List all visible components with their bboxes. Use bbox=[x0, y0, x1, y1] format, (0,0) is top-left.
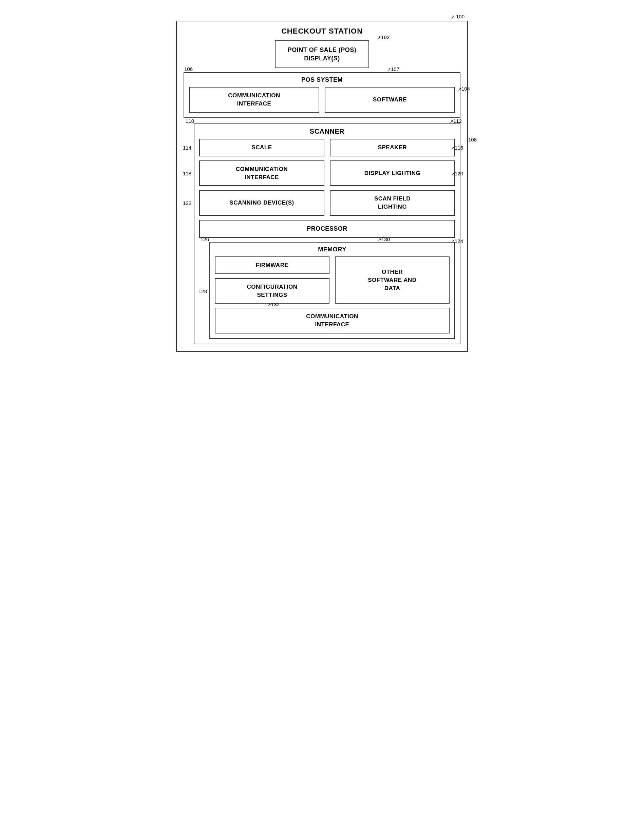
ref-110-label: 110 bbox=[186, 118, 194, 124]
ref-130-label: ↗130 bbox=[378, 237, 390, 242]
pos-system-title: POS SYSTEM bbox=[189, 76, 455, 83]
comm-interface-box-2: COMMUNICATIONINTERFACE bbox=[199, 160, 324, 186]
ref-106: 106 bbox=[184, 66, 193, 72]
ref-132-label: ↗132 bbox=[267, 301, 280, 307]
ref-114-label: 114 bbox=[183, 145, 191, 150]
firmware-box: FIRMWARE bbox=[215, 257, 329, 274]
scanning-devices-label: SCANNING DEVICE(S) bbox=[229, 199, 294, 207]
memory-box: 126 ↗130 MEMORY FIRMWARE bbox=[209, 242, 455, 339]
firmware-row: FIRMWARE bbox=[215, 257, 329, 274]
processor-row: PROCESSOR ↗124 bbox=[199, 220, 455, 238]
comm-display-row: 118 ↗120 COMMUNICATIONINTERFACE DISPLAY … bbox=[199, 160, 455, 186]
display-lighting-label: DISPLAY LIGHTING bbox=[364, 169, 421, 177]
config-row: 128 CONFIGURATIONSETTINGS bbox=[215, 278, 329, 304]
scanning-scanfield-row: 122 SCANNING DEVICE(S) SCAN FIELDLIGHTIN… bbox=[199, 190, 455, 216]
memory-title: MEMORY bbox=[215, 246, 450, 253]
scale-speaker-row: 114 ↗116 SCALE SPEAKER bbox=[199, 139, 455, 157]
comm-interface-box-1: COMMUNICATIONINTERFACE bbox=[189, 87, 319, 113]
scanner-title: SCANNER bbox=[199, 128, 455, 135]
memory-left-col: FIRMWARE 128 CONFIGURATIONSETTINGS bbox=[215, 257, 329, 304]
comm-interface-label-3: COMMUNICATIONINTERFACE bbox=[306, 312, 358, 329]
ref-126-label: 126 bbox=[201, 237, 209, 242]
ref-102: ↗102 bbox=[377, 34, 389, 40]
checkout-station-title: CHECKOUT STATION bbox=[184, 27, 460, 35]
ref-116-label: ↗116 bbox=[451, 145, 463, 150]
comm-interface-label-2: COMMUNICATIONINTERFACE bbox=[236, 165, 288, 181]
ref-120-label: ↗120 bbox=[451, 170, 463, 176]
display-lighting-box: DISPLAY LIGHTING bbox=[330, 160, 455, 186]
other-software-label: OTHERSOFTWARE ANDDATA bbox=[368, 268, 417, 292]
memory-right-col: OTHERSOFTWARE ANDDATA bbox=[335, 257, 450, 304]
pos-display-box: POINT OF SALE (POS)DISPLAY(S) bbox=[275, 40, 369, 68]
scale-box: SCALE bbox=[199, 139, 324, 157]
pos-system-box: POS SYSTEM COMMUNICATIONINTERFACE SOFTWA… bbox=[184, 72, 460, 118]
software-label: SOFTWARE bbox=[373, 96, 407, 104]
ref-107-label: ↗107 bbox=[387, 66, 400, 72]
ref-122-label: 122 bbox=[183, 200, 191, 206]
firmware-label: FIRMWARE bbox=[256, 261, 289, 269]
processor-box: PROCESSOR bbox=[199, 220, 455, 238]
comm-bottom-wrap: ↗132 COMMUNICATIONINTERFACE bbox=[215, 308, 450, 334]
memory-cols: FIRMWARE 128 CONFIGURATIONSETTINGS bbox=[215, 257, 450, 304]
scanner-box: 110 ↗112 SCANNER 114 ↗116 SCALE SPEAKER bbox=[194, 123, 460, 344]
speaker-box: SPEAKER bbox=[330, 139, 455, 157]
pos-display-wrap: ↗102 POINT OF SALE (POS)DISPLAY(S) bbox=[184, 40, 460, 68]
pos-system-row: COMMUNICATIONINTERFACE SOFTWARE bbox=[189, 87, 455, 113]
ref-128-label: 128 bbox=[198, 288, 207, 294]
scanning-devices-box: SCANNING DEVICE(S) bbox=[199, 190, 324, 216]
scale-label: SCALE bbox=[251, 143, 272, 152]
comm-interface-label-1: COMMUNICATIONINTERFACE bbox=[228, 92, 280, 108]
config-settings-label: CONFIGURATIONSETTINGS bbox=[247, 283, 298, 299]
ref-112-label: ↗112 bbox=[450, 118, 462, 124]
scan-field-lighting-box: SCAN FIELDLIGHTING bbox=[330, 190, 455, 216]
comm-interface-box-3: COMMUNICATIONINTERFACE bbox=[215, 308, 450, 334]
scan-field-lighting-label: SCAN FIELDLIGHTING bbox=[374, 195, 410, 211]
diagram-container: ↗ 100 CHECKOUT STATION ↗102 POINT OF SAL… bbox=[176, 14, 468, 352]
ref-100: ↗ 100 bbox=[176, 14, 468, 19]
pos-system-wrap: 106 ↗107 ↗104 POS SYSTEM COMMUNICATIONIN… bbox=[184, 72, 460, 118]
processor-label: PROCESSOR bbox=[307, 225, 347, 232]
ref-100-label: 100 bbox=[456, 14, 464, 19]
other-software-box: OTHERSOFTWARE ANDDATA bbox=[335, 257, 450, 304]
speaker-label: SPEAKER bbox=[378, 143, 407, 152]
ref-118-label: 118 bbox=[183, 170, 191, 176]
pos-display-label: POINT OF SALE (POS)DISPLAY(S) bbox=[288, 46, 357, 62]
ref-108-label: 108 bbox=[468, 137, 477, 143]
checkout-station-box: CHECKOUT STATION ↗102 POINT OF SALE (POS… bbox=[176, 21, 468, 352]
software-box: SOFTWARE bbox=[325, 87, 455, 113]
config-settings-box: CONFIGURATIONSETTINGS bbox=[215, 278, 329, 304]
